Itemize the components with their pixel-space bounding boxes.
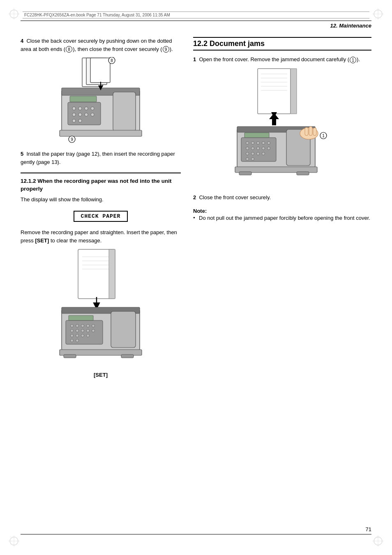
svg-point-85 [257,141,260,144]
step5-block: 5 Install the paper tray (page 12), then… [21,150,181,166]
meta-line: FC228HK-PFQX2656ZA-en.book Page 71 Thurs… [23,12,369,18]
step4-text: 4 Close the back cover securely by pushi… [21,37,181,53]
corner-mark-tr [372,8,384,20]
svg-point-49 [76,325,79,327]
note-item-1: Do not pull out the jammed paper forcibl… [193,214,371,222]
footer-page-number: 71 [366,526,371,532]
step2-block: 2 Close the front cover securely. [193,193,371,202]
svg-point-60 [81,334,84,337]
right-column: 12.2 Document jams 1 Open the front cove… [193,37,371,526]
svg-rect-31 [113,92,136,131]
svg-point-88 [246,147,249,150]
svg-point-86 [262,141,265,144]
svg-rect-42 [109,249,115,299]
svg-point-52 [92,325,95,327]
svg-point-61 [87,334,90,337]
step4-num: 4 [21,38,23,44]
svg-point-83 [246,141,249,144]
section-heading-12-2: 12.2 Document jams [193,37,371,51]
illustration-doc-jam: 1 [193,68,371,187]
set-label: [SET] [21,372,181,378]
svg-rect-82 [244,133,269,138]
label-9: 9 [163,46,169,53]
svg-marker-75 [291,69,297,114]
svg-point-29 [78,119,82,122]
svg-point-57 [92,329,95,332]
svg-point-96 [262,152,265,155]
step5-content: Install the paper tray (page 12), then i… [21,151,175,165]
illustration-step4: 8 [21,57,181,143]
svg-point-58 [71,334,74,337]
svg-point-48 [71,325,74,327]
svg-point-94 [251,152,254,155]
check-paper-display: CHECK PAPER [74,211,128,222]
svg-point-97 [246,157,249,160]
svg-point-93 [246,152,249,155]
illustration-insert-paper [21,249,181,368]
svg-point-56 [87,329,90,332]
corner-mark-bl [8,535,20,547]
step4-block: 4 Close the back cover securely by pushi… [21,37,181,143]
svg-rect-101 [239,172,251,175]
svg-point-28 [72,119,76,122]
file-info: FC228HK-PFQX2656ZA-en.book Page 71 Thurs… [24,13,170,17]
svg-point-54 [76,329,79,332]
svg-point-98 [251,157,254,160]
corner-mark-tl [8,8,20,20]
svg-text:1: 1 [322,134,325,138]
svg-rect-68 [258,69,291,114]
footer-bar: 71 [21,526,371,534]
label-8: 8 [66,46,72,53]
content-area: 4 Close the back cover securely by pushi… [21,37,371,526]
svg-point-22 [85,107,88,110]
svg-point-84 [251,141,254,144]
svg-point-25 [78,113,82,116]
svg-rect-102 [297,172,309,175]
svg-point-20 [72,107,76,110]
svg-point-21 [78,107,82,110]
svg-point-51 [87,325,90,327]
step2-num: 2 [193,194,196,200]
step1-block: 1 Open the front cover. Remove the jamme… [193,55,371,187]
page-container: FC228HK-PFQX2656ZA-en.book Page 71 Thurs… [0,0,392,555]
svg-rect-66 [64,355,76,358]
step1-num: 1 [193,56,196,62]
step1-text: 1 Open the front cover. Remove the jamme… [193,55,371,64]
svg-rect-32 [60,130,142,136]
svg-point-23 [91,107,94,110]
svg-point-95 [257,152,260,155]
svg-rect-47 [69,315,93,320]
svg-point-91 [262,147,265,150]
step2-text: 2 Close the front cover securely. [193,193,371,202]
label-1: 1 [350,57,356,63]
set-label-inline: [SET] [35,237,49,244]
svg-point-89 [251,147,254,150]
note-block: Note: Do not pull out the jammed paper f… [193,208,371,222]
svg-point-50 [81,325,84,327]
svg-text:8: 8 [111,58,113,63]
svg-rect-14 [90,58,110,83]
subsection-heading: 12.1.2 When the recording paper was not … [21,177,181,193]
left-column: 4 Close the back cover securely by pushi… [21,37,181,526]
svg-point-27 [91,113,94,116]
note-title: Note: [193,208,371,214]
subsection-intro: The display will show the following. [21,196,181,204]
corner-mark-br [372,535,384,547]
set-button-label: [SET] [94,372,108,378]
svg-point-63 [76,339,79,342]
section-divider [21,173,181,173]
svg-rect-104 [305,127,308,136]
step2-content: Close the front cover securely. [199,194,271,200]
svg-point-62 [71,339,74,342]
svg-text:9: 9 [71,137,73,142]
svg-point-55 [81,329,84,332]
svg-rect-106 [313,128,316,136]
header-bar: 12. Maintenance [21,21,371,29]
header-title: 12. Maintenance [330,23,371,29]
svg-point-87 [267,141,270,144]
svg-rect-105 [309,127,312,136]
svg-marker-77 [272,119,276,125]
svg-point-24 [72,113,76,116]
step5-num: 5 [21,151,23,157]
svg-rect-67 [121,355,134,358]
